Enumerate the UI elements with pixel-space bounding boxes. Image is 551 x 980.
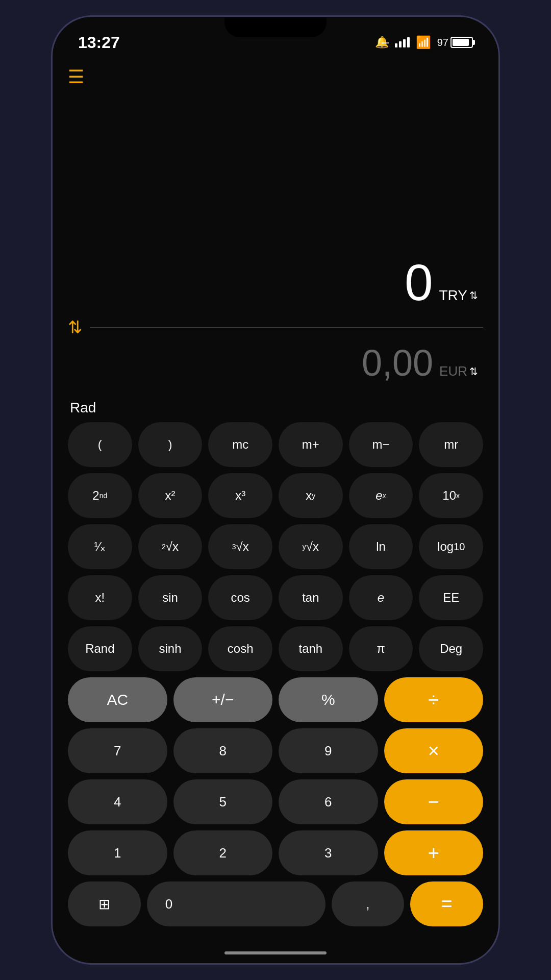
sci-row-3: ¹⁄ₓ 2√x 3√x y√x ln log10 [68,524,483,569]
four-button[interactable]: 4 [68,779,167,824]
log10-button[interactable]: log10 [419,524,483,569]
three-button[interactable]: 3 [279,830,378,875]
xcube-button[interactable]: x³ [208,473,272,518]
second-button[interactable]: 2nd [68,473,132,518]
two-button[interactable]: 2 [173,830,273,875]
calc-row-5: ⊞ 0 , = [68,881,483,926]
ln-button[interactable]: ln [349,524,413,569]
rad-label: Rad [68,400,483,416]
divider-row: ⇅ [68,317,483,337]
secondary-display: 0,00 EUR ⇅ [68,345,483,381]
euler-button[interactable]: e [349,575,413,620]
calc-row-2: 7 8 9 × [68,728,483,773]
scientific-buttons: ( ) mc m+ m− mr 2nd x² x³ xy ex 10x [68,422,483,671]
sci-row-1: ( ) mc m+ m− mr [68,422,483,467]
close-paren-button[interactable]: ) [138,422,203,467]
mr-button[interactable]: mr [419,422,483,467]
rand-button[interactable]: Rand [68,626,132,671]
status-icons: 🔔̶ 📶 97 [375,35,473,50]
sinh-button[interactable]: sinh [138,626,203,671]
seven-button[interactable]: 7 [68,728,167,773]
secondary-currency-arrows-icon[interactable]: ⇅ [469,365,478,378]
wifi-icon: 📶 [416,35,431,50]
multiply-button[interactable]: × [384,728,484,773]
battery-icon: 97 [437,37,473,48]
secondary-value: 0,00 [362,345,433,381]
sci-row-2: 2nd x² x³ xy ex 10x [68,473,483,518]
battery-box [450,37,473,48]
tan-button[interactable]: tan [279,575,343,620]
mc-button[interactable]: mc [208,422,272,467]
display-area: 0 TRY ⇅ ⇅ 0,00 EUR ⇅ [68,86,483,395]
app-content: ☰ 0 TRY ⇅ ⇅ 0,00 EUR ⇅ [53,58,498,943]
battery-label: 97 [437,37,448,48]
primary-value: 0 [405,257,433,308]
inv-button[interactable]: ¹⁄ₓ [68,524,132,569]
five-button[interactable]: 5 [173,779,273,824]
one-button[interactable]: 1 [68,830,167,875]
deg-button[interactable]: Deg [419,626,483,671]
xsq-button[interactable]: x² [138,473,203,518]
menu-icon[interactable]: ☰ [68,68,84,86]
notch [224,17,327,37]
signal-bars-icon [395,37,410,47]
ee-button[interactable]: EE [419,575,483,620]
status-time: 13:27 [78,33,120,52]
decimal-button[interactable]: , [332,881,405,926]
sin-button[interactable]: sin [138,575,203,620]
cos-button[interactable]: cos [208,575,272,620]
primary-currency: TRY ⇅ [439,287,479,304]
keyboard-area: Rad ( ) mc m+ m− mr 2nd x² x³ xy [68,395,483,943]
plusminus-button[interactable]: +/− [173,677,273,722]
calc-row-1: AC +/− % ÷ [68,677,483,722]
primary-display: 0 TRY ⇅ [68,257,483,308]
menu-area: ☰ [68,58,483,86]
home-indicator [53,943,498,963]
calc-icon-button[interactable]: ⊞ [68,881,141,926]
tenx-button[interactable]: 10x [419,473,483,518]
add-button[interactable]: + [384,830,484,875]
zero-button[interactable]: 0 [147,881,325,926]
tanh-button[interactable]: tanh [279,626,343,671]
xy-button[interactable]: xy [279,473,343,518]
eight-button[interactable]: 8 [173,728,273,773]
divide-button[interactable]: ÷ [384,677,484,722]
ex-button[interactable]: ex [349,473,413,518]
sci-row-4: x! sin cos tan e EE [68,575,483,620]
subtract-button[interactable]: − [384,779,484,824]
open-paren-button[interactable]: ( [68,422,132,467]
primary-currency-arrows-icon[interactable]: ⇅ [469,289,478,302]
mute-icon: 🔔̶ [375,36,389,49]
phone-frame: 13:27 🔔̶ 📶 97 ☰ [51,15,500,965]
sqrt2-button[interactable]: 2√x [138,524,203,569]
sci-row-5: Rand sinh cosh tanh π Deg [68,626,483,671]
swap-icon[interactable]: ⇅ [68,317,82,337]
mplus-button[interactable]: m+ [279,422,343,467]
cosh-button[interactable]: cosh [208,626,272,671]
equals-button[interactable]: = [410,881,483,926]
six-button[interactable]: 6 [279,779,378,824]
calc-row-4: 1 2 3 + [68,830,483,875]
nine-button[interactable]: 9 [279,728,378,773]
secondary-currency: EUR ⇅ [439,363,478,379]
calc-row-3: 4 5 6 − [68,779,483,824]
mminus-button[interactable]: m− [349,422,413,467]
divider-line [90,327,483,328]
factorial-button[interactable]: x! [68,575,132,620]
home-bar [224,951,327,954]
percent-button[interactable]: % [279,677,378,722]
pi-button[interactable]: π [349,626,413,671]
sqrt3-button[interactable]: 3√x [208,524,272,569]
battery-fill [453,39,469,46]
sqrty-button[interactable]: y√x [279,524,343,569]
ac-button[interactable]: AC [68,677,167,722]
